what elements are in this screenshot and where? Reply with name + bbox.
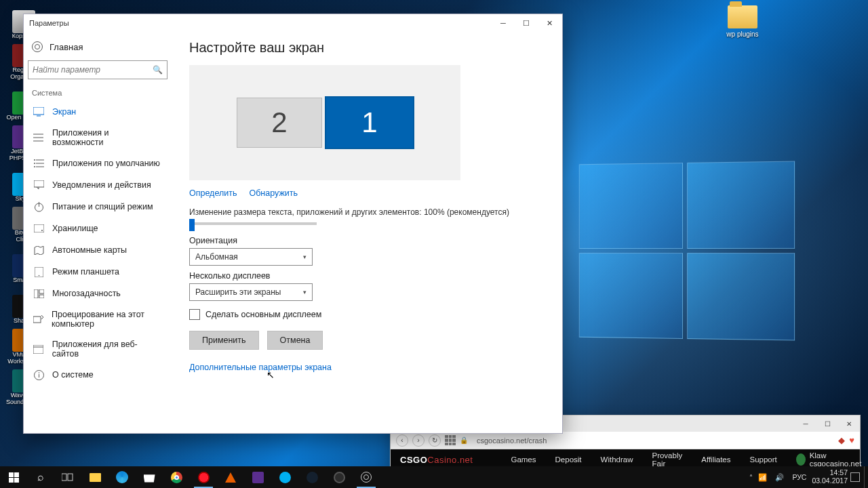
window-close-button[interactable]: ✕ bbox=[538, 14, 561, 32]
sidebar-item-display[interactable]: Экран bbox=[28, 101, 167, 123]
sidebar-item-web-apps[interactable]: Приложения для веб-сайтов bbox=[28, 334, 167, 364]
desktop-folder-wp-plugins[interactable]: wp plugins bbox=[715, 5, 770, 38]
window-titlebar[interactable]: Параметры ─ ☐ ✕ bbox=[24, 14, 562, 32]
search-input[interactable] bbox=[33, 65, 153, 75]
apply-button[interactable]: Применить bbox=[189, 331, 259, 350]
info-icon bbox=[33, 369, 44, 380]
make-main-checkbox[interactable] bbox=[189, 309, 200, 320]
nav-support[interactable]: Support bbox=[749, 455, 776, 464]
svg-rect-18 bbox=[34, 289, 38, 298]
sidebar-item-projecting[interactable]: Проецирование на этот компьютер bbox=[28, 304, 167, 334]
nav-affiliates[interactable]: Affiliates bbox=[701, 455, 730, 464]
obs-icon bbox=[334, 472, 345, 483]
browser-back-button[interactable]: ‹ bbox=[396, 434, 408, 447]
sidebar-item-storage[interactable]: Хранилище bbox=[28, 218, 167, 239]
nav-games[interactable]: Games bbox=[511, 455, 536, 464]
bookmark-heart-icon[interactable]: ♥ bbox=[849, 435, 854, 445]
opera-icon bbox=[198, 472, 210, 483]
start-button[interactable] bbox=[0, 466, 27, 488]
storage-icon bbox=[33, 223, 44, 234]
scale-description: Изменение размера текста, приложений и д… bbox=[189, 207, 545, 217]
scale-slider[interactable] bbox=[189, 222, 317, 225]
taskbar-phpstorm[interactable] bbox=[244, 466, 271, 488]
browser-speed-dial-button[interactable] bbox=[445, 435, 456, 446]
taskbar-skype[interactable] bbox=[271, 466, 298, 488]
taskbar-obs[interactable] bbox=[326, 466, 353, 488]
tray-action-center-icon[interactable] bbox=[850, 472, 860, 482]
display-arrangement[interactable]: 2 1 bbox=[189, 65, 460, 180]
window-maximize-button[interactable]: ☐ bbox=[515, 14, 538, 32]
tray-clock[interactable]: 14:57 03.04.2017 bbox=[812, 469, 848, 485]
sidebar-item-power[interactable]: Питание и спящий режим bbox=[28, 196, 167, 218]
settings-search[interactable]: 🔍 bbox=[28, 60, 167, 79]
nav-provably-fair[interactable]: Provably Fair bbox=[652, 451, 682, 468]
browser-close-button[interactable]: ✕ bbox=[838, 415, 860, 432]
sidebar-item-tablet-mode[interactable]: Режим планшета bbox=[28, 261, 167, 283]
taskbar-vlc[interactable] bbox=[217, 466, 244, 488]
browser-maximize-button[interactable]: ☐ bbox=[816, 415, 838, 432]
sidebar-home[interactable]: Главная bbox=[28, 36, 167, 58]
skype-icon bbox=[279, 472, 291, 483]
tray-overflow-icon[interactable]: ˄ bbox=[749, 474, 753, 481]
sidebar-item-about[interactable]: О системе bbox=[28, 364, 167, 386]
taskbar-store[interactable] bbox=[136, 466, 163, 488]
sidebar-item-apps[interactable]: Приложения и возможности bbox=[28, 123, 167, 152]
monitor-2[interactable]: 2 bbox=[237, 98, 322, 148]
window-minimize-button[interactable]: ─ bbox=[492, 14, 515, 32]
tray-network-icon[interactable]: 📶 bbox=[755, 473, 770, 482]
nav-deposit[interactable]: Deposit bbox=[555, 455, 582, 464]
tray-volume-icon[interactable]: 🔊 bbox=[772, 473, 787, 482]
site-logo[interactable]: CSGOCasino.net bbox=[400, 455, 473, 465]
user-menu[interactable]: Klaw csgocasino.net▾ bbox=[796, 451, 868, 468]
taskbar-settings[interactable] bbox=[353, 466, 380, 488]
tray-language[interactable]: РУС bbox=[789, 473, 809, 481]
sidebar-item-offline-maps[interactable]: Автономные карты bbox=[28, 239, 167, 261]
nav-withdraw[interactable]: Withdraw bbox=[601, 455, 633, 464]
webapps-icon bbox=[33, 344, 44, 354]
windows-logo-icon bbox=[9, 472, 19, 483]
cancel-button[interactable]: Отмена bbox=[267, 331, 323, 350]
advanced-display-link[interactable]: Дополнительные параметры экрана bbox=[189, 363, 332, 372]
browser-forward-button[interactable]: › bbox=[412, 434, 425, 447]
sidebar-item-multitasking[interactable]: Многозадачность bbox=[28, 283, 167, 304]
taskbar-edge[interactable] bbox=[108, 466, 136, 488]
browser-reload-button[interactable]: ↻ bbox=[429, 434, 441, 447]
window-title: Параметры bbox=[29, 19, 492, 27]
svg-rect-28 bbox=[68, 474, 73, 481]
browser-url[interactable]: csgocasino.net/crash bbox=[472, 434, 834, 447]
taskbar-opera[interactable] bbox=[190, 466, 217, 488]
multiple-displays-label: Несколько дисплеев bbox=[189, 271, 545, 281]
svg-point-9 bbox=[34, 163, 35, 164]
multitask-icon bbox=[33, 288, 44, 299]
apps-icon bbox=[33, 132, 44, 143]
svg-point-15 bbox=[41, 230, 43, 231]
show-desktop-button[interactable] bbox=[864, 466, 868, 488]
settings-sidebar: Главная 🔍 Система Экран Приложения и воз… bbox=[24, 32, 172, 433]
svg-point-10 bbox=[34, 166, 35, 167]
detect-link[interactable]: Обнаружить bbox=[249, 188, 298, 198]
sidebar-item-default-apps[interactable]: Приложения по умолчанию bbox=[28, 152, 167, 174]
gear-icon bbox=[32, 41, 43, 52]
taskbar-chrome[interactable] bbox=[163, 466, 190, 488]
monitor-1[interactable]: 1 bbox=[326, 98, 413, 148]
avatar bbox=[796, 453, 806, 466]
steam-icon bbox=[307, 472, 318, 483]
taskbar-steam[interactable] bbox=[298, 466, 326, 488]
edge-icon bbox=[116, 471, 128, 483]
adblock-icon[interactable]: ◆ bbox=[838, 435, 845, 445]
vlc-icon bbox=[225, 472, 236, 483]
svg-point-26 bbox=[38, 372, 39, 373]
system-tray: ˄ 📶 🔊 РУС 14:57 03.04.2017 bbox=[745, 469, 864, 485]
slider-thumb[interactable] bbox=[189, 219, 195, 231]
identify-link[interactable]: Определить bbox=[189, 188, 237, 198]
taskbar-file-explorer[interactable] bbox=[81, 466, 108, 488]
taskbar-taskview[interactable] bbox=[54, 466, 81, 488]
multiple-displays-select[interactable]: Расширить эти экраны ▾ bbox=[189, 283, 313, 301]
sidebar-item-notifications[interactable]: Уведомления и действия bbox=[28, 174, 167, 196]
power-icon bbox=[33, 201, 44, 212]
taskbar-search[interactable]: ⌕ bbox=[27, 466, 54, 488]
settings-content: Настройте ваш экран 2 1 Определить Обнар… bbox=[172, 32, 562, 433]
orientation-select[interactable]: Альбомная ▾ bbox=[189, 248, 313, 266]
page-title: Настройте ваш экран bbox=[189, 40, 545, 56]
browser-minimize-button[interactable]: ─ bbox=[795, 415, 816, 432]
